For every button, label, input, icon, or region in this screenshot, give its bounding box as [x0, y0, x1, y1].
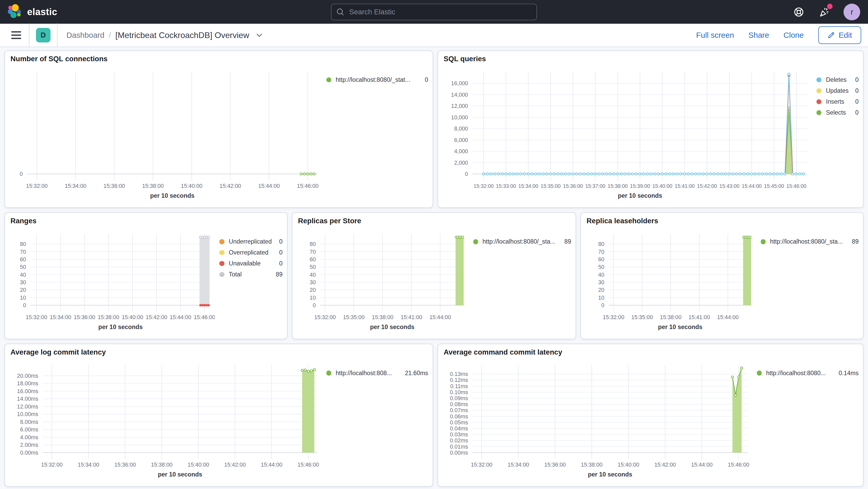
svg-text:0.03ms: 0.03ms [450, 431, 468, 438]
legend-color-dot [816, 78, 822, 82]
full-screen-button[interactable]: Full screen [696, 31, 734, 40]
svg-text:15:44:00: 15:44:00 [258, 183, 280, 189]
toolbar-divider [57, 24, 58, 47]
svg-text:15:34:00: 15:34:00 [507, 462, 529, 468]
svg-text:60: 60 [310, 256, 316, 263]
legend-item[interactable]: http://localhost:8080/_sta...89 [761, 238, 859, 245]
legend-color-dot [219, 272, 224, 277]
legend-color-dot [219, 239, 224, 244]
svg-text:15:37:00: 15:37:00 [585, 183, 606, 189]
svg-text:15:42:00: 15:42:00 [697, 183, 717, 189]
chart-legend: http://localhost:808...21.60ms [326, 370, 428, 380]
panel-average-log-commit-latency: Average log commit latency 0.00ms2.00ms4… [4, 344, 433, 487]
chart-canvas[interactable]: 015:32:0015:34:0015:36:0015:38:0015:40:0… [8, 66, 322, 205]
legend-label: Selects [826, 109, 846, 116]
svg-text:15:32:00: 15:32:00 [314, 314, 336, 320]
svg-text:0.12ms: 0.12ms [450, 377, 468, 384]
menu-button[interactable] [7, 26, 26, 44]
dashboard-toolbar: D Dashboard / [Metricbeat CockroachDB] O… [0, 24, 868, 47]
breadcrumb-dashboard[interactable]: Dashboard [66, 31, 104, 40]
svg-text:14.00ms: 14.00ms [17, 396, 38, 402]
legend-item[interactable]: http://localhost:8080...0.14ms [757, 370, 859, 377]
svg-text:0.02ms: 0.02ms [450, 438, 468, 444]
title-chevron-button[interactable] [256, 33, 263, 37]
edit-button[interactable]: Edit [818, 26, 862, 44]
legend-item[interactable]: Deletes0 [816, 77, 859, 83]
chart-legend: http://localhost:8080/_sta...89 [761, 238, 859, 249]
chart-canvas[interactable]: 0102030405060708015:32:0015:35:0015:38:0… [296, 228, 469, 336]
kibana-app: elastic [0, 0, 868, 489]
search-icon [336, 7, 345, 17]
legend-item[interactable]: http://localhost:8080/_stat...0 [326, 77, 428, 83]
svg-text:40: 40 [20, 272, 26, 278]
svg-text:80: 80 [310, 241, 316, 247]
share-button[interactable]: Share [748, 31, 769, 40]
svg-text:15:34:00: 15:34:00 [50, 314, 71, 320]
legend-value: 0 [850, 87, 859, 94]
space-badge[interactable]: D [36, 28, 50, 42]
legend-item[interactable]: http://localhost:8080/_sta...89 [473, 238, 571, 245]
breadcrumb-separator: / [109, 31, 111, 40]
svg-text:15:46:00: 15:46:00 [728, 462, 749, 468]
legend-color-dot [473, 239, 478, 244]
svg-text:15:41:00: 15:41:00 [688, 314, 710, 320]
chart-legend: Underreplicated0Overreplicated0Unavailab… [219, 238, 282, 282]
help-icon [794, 7, 804, 17]
breadcrumb: Dashboard / [Metricbeat CockroachDB] Ove… [66, 30, 262, 40]
svg-text:0: 0 [312, 302, 316, 308]
legend-item[interactable]: Selects0 [816, 109, 859, 116]
panel-number-of-sql-connections: Number of SQL connections 015:32:0015:34… [4, 51, 433, 208]
legend-item[interactable]: Underreplicated0 [219, 238, 282, 245]
search-input[interactable] [331, 4, 537, 20]
page-title: [Metricbeat CockroachDB] Overview [115, 30, 249, 40]
legend-item[interactable]: Inserts0 [816, 98, 859, 105]
chart-canvas[interactable]: 0.00ms2.00ms4.00ms6.00ms8.00ms10.00ms12.… [8, 360, 322, 484]
svg-text:16,000: 16,000 [451, 80, 468, 87]
legend-label: Underreplicated [229, 238, 272, 245]
svg-text:15:38:00: 15:38:00 [608, 183, 628, 189]
chart-canvas[interactable]: 0.00ms0.01ms0.02ms0.03ms0.04ms0.05ms0.06… [441, 360, 752, 484]
svg-text:15:32:00: 15:32:00 [26, 183, 48, 189]
chart-legend: http://localhost:8080/_stat...0 [326, 77, 428, 87]
svg-text:60: 60 [598, 256, 604, 263]
svg-text:15:38:00: 15:38:00 [151, 462, 173, 468]
svg-text:0.00ms: 0.00ms [450, 450, 468, 456]
svg-text:0.01ms: 0.01ms [450, 444, 468, 450]
legend-item[interactable]: Overreplicated0 [219, 249, 282, 256]
legend-value: 89 [270, 271, 283, 278]
svg-text:15:41:00: 15:41:00 [675, 183, 695, 189]
svg-text:15:32:00: 15:32:00 [26, 314, 48, 320]
svg-text:per 10 seconds: per 10 seconds [158, 471, 202, 478]
chart-canvas[interactable]: 0102030405060708015:32:0015:34:0015:36:0… [8, 228, 215, 336]
svg-text:15:44:00: 15:44:00 [261, 462, 282, 468]
legend-item[interactable]: Unavailable0 [219, 260, 282, 267]
svg-text:30: 30 [310, 279, 316, 285]
user-avatar[interactable]: r [843, 4, 860, 20]
legend-item[interactable]: http://localhost:808...21.60ms [326, 370, 428, 377]
svg-text:15:40:00: 15:40:00 [187, 462, 209, 468]
chart-canvas[interactable]: 02,0004,0006,0008,00010,00012,00014,0001… [441, 66, 812, 205]
svg-text:15:36:00: 15:36:00 [544, 462, 566, 468]
svg-text:2,000: 2,000 [454, 160, 468, 166]
elastic-logo-icon[interactable] [8, 5, 22, 19]
svg-text:per 10 seconds: per 10 seconds [588, 471, 632, 478]
chart-canvas[interactable]: 0102030405060708015:32:0015:35:0015:38:0… [584, 228, 756, 336]
toolbar-divider [29, 24, 29, 47]
clone-button[interactable]: Clone [784, 31, 804, 40]
svg-text:60: 60 [20, 256, 26, 263]
panel-ranges: Ranges 0102030405060708015:32:0015:34:00… [4, 212, 287, 339]
help-button[interactable] [793, 6, 805, 18]
legend-item[interactable]: Total89 [219, 271, 282, 278]
svg-text:20: 20 [20, 287, 26, 293]
svg-text:15:38:00: 15:38:00 [660, 314, 682, 320]
svg-text:15:38:00: 15:38:00 [581, 462, 602, 468]
svg-text:50: 50 [20, 264, 26, 270]
legend-item[interactable]: Updates0 [816, 87, 859, 94]
news-button[interactable] [818, 6, 831, 18]
chevron-down-icon [256, 33, 263, 37]
svg-text:15:32:00: 15:32:00 [602, 314, 624, 320]
svg-text:80: 80 [20, 241, 26, 247]
svg-text:15:33:00: 15:33:00 [496, 183, 516, 189]
legend-value: 0 [274, 238, 283, 245]
svg-text:15:42:00: 15:42:00 [654, 462, 676, 468]
